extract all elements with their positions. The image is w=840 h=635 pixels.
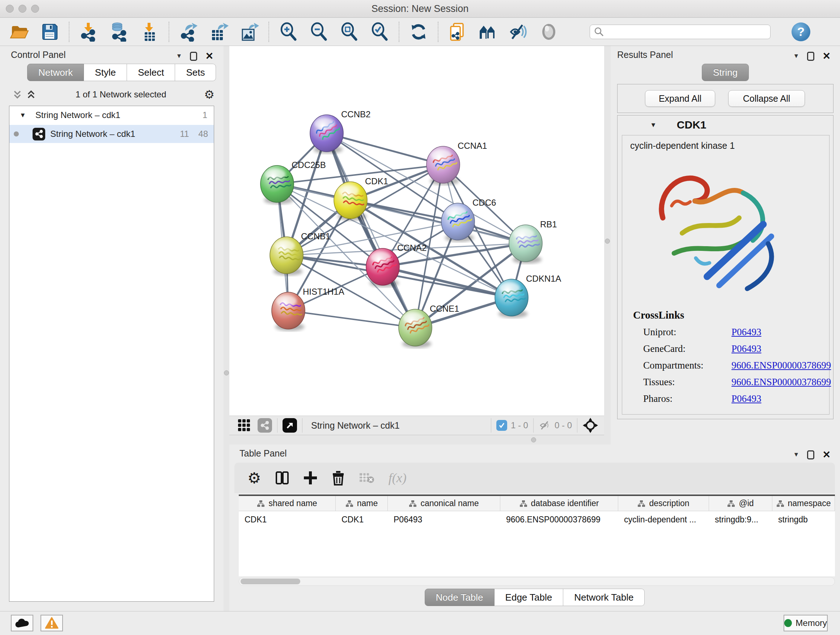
crosslink-link[interactable]: 9606.ENSP00000378699 <box>731 377 831 388</box>
results-panel-collapse-icon[interactable]: ▼ <box>793 52 799 60</box>
minimize-window-icon[interactable] <box>19 5 27 13</box>
crosslink-link[interactable]: P06493 <box>731 343 761 355</box>
zoom-fit-button[interactable] <box>339 22 359 42</box>
node-CDK1[interactable] <box>334 182 367 220</box>
table-cell[interactable]: stringdb <box>772 511 835 528</box>
table-cell[interactable]: CDK1 <box>336 511 388 528</box>
node-CCNA2[interactable] <box>366 249 399 287</box>
search-input[interactable] <box>605 27 764 37</box>
memory-button[interactable]: Memory <box>783 615 828 631</box>
node-CDC25B[interactable] <box>261 165 294 204</box>
node-CCNA1[interactable] <box>426 146 460 185</box>
expand-all-button[interactable]: Expand All <box>645 90 715 107</box>
maximize-window-icon[interactable] <box>31 5 39 13</box>
import-table-file-button[interactable] <box>140 22 159 42</box>
close-window-icon[interactable] <box>6 5 14 13</box>
network-graph[interactable]: CCNB2CCNA1CDC25BCDK1CDC6RB1CCNB1CCNA2CDK… <box>229 46 604 416</box>
crosslink-link[interactable]: 9606.ENSP00000378699 <box>731 360 831 371</box>
toolbar-search-field[interactable] <box>590 25 771 39</box>
hide-glass-effect-button[interactable] <box>508 22 528 42</box>
table-hscrollbar[interactable] <box>239 577 835 586</box>
node-CCNB2[interactable] <box>310 115 343 154</box>
node-CCNE1[interactable] <box>399 309 432 348</box>
tab-network[interactable]: Network <box>27 64 84 81</box>
crosslink-link[interactable]: P06493 <box>731 393 761 404</box>
string-view-button[interactable] <box>257 418 272 432</box>
entry-collapse-icon[interactable]: ▼ <box>650 121 657 129</box>
open-in-new-window-button[interactable] <box>283 418 297 432</box>
apply-layout-button[interactable] <box>409 22 428 42</box>
warnings-button[interactable] <box>41 615 63 631</box>
export-network-button[interactable] <box>179 22 198 42</box>
table-panel-collapse-icon[interactable]: ▼ <box>793 451 799 458</box>
tab-edge-table[interactable]: Edge Table <box>494 589 564 606</box>
tab-network-table[interactable]: Network Table <box>563 589 645 606</box>
tree-expand-icon[interactable]: ▼ <box>19 111 26 119</box>
node-HIST1H1A[interactable] <box>272 292 305 331</box>
control-panel-collapse-icon[interactable]: ▼ <box>176 52 182 60</box>
column-header--id[interactable]: @id <box>709 496 772 511</box>
edge-CCNE1-HIST1H1A[interactable] <box>288 310 415 328</box>
table-settings-gear-icon[interactable]: ⚙ <box>248 469 261 487</box>
column-header-shared-name[interactable]: shared name <box>239 496 336 511</box>
table-cell[interactable]: stringdb:9... <box>709 511 772 528</box>
table-cell[interactable]: P06493 <box>388 511 500 528</box>
add-column-plus-icon[interactable] <box>303 470 317 485</box>
hscrollbar-thumb[interactable] <box>240 578 300 584</box>
traffic-lights[interactable] <box>6 5 39 13</box>
column-header-name[interactable]: name <box>336 496 388 511</box>
table-splitter-handle[interactable] <box>531 437 536 442</box>
column-header-namespace[interactable]: namespace <box>772 496 835 511</box>
table-row[interactable]: CDK1CDK1P064939606.ENSP00000378699cyclin… <box>239 511 835 528</box>
tab-sets[interactable]: Sets <box>175 64 216 81</box>
control-panel-close-icon[interactable]: ✕ <box>205 50 213 62</box>
tab-node-table[interactable]: Node Table <box>425 589 494 606</box>
node-RB1[interactable] <box>509 225 542 264</box>
zoom-selected-button[interactable] <box>370 22 389 42</box>
crosslink-link[interactable]: P06493 <box>731 326 761 338</box>
results-panel-float-icon[interactable] <box>807 52 814 61</box>
string-home-button[interactable] <box>478 22 498 42</box>
import-network-database-button[interactable] <box>109 22 129 42</box>
import-network-file-button[interactable] <box>79 22 98 42</box>
left-splitter-handle[interactable] <box>224 371 229 375</box>
table-panel-float-icon[interactable] <box>807 450 814 459</box>
right-splitter-handle[interactable] <box>605 239 610 244</box>
table-panel-close-icon[interactable]: ✕ <box>822 449 831 461</box>
collapse-all-button[interactable]: Collapse All <box>728 90 805 107</box>
left-splitter[interactable] <box>224 46 229 611</box>
edge-CCNA2-CDKN1A[interactable] <box>383 267 512 298</box>
attribute-table[interactable]: shared namenamecanonical namedatabase id… <box>239 494 835 576</box>
birds-eye-view-button[interactable] <box>237 418 251 432</box>
selected-checkbox-icon[interactable] <box>496 420 507 431</box>
zoom-out-button[interactable] <box>309 22 328 42</box>
control-panel-float-icon[interactable] <box>190 52 197 61</box>
results-panel-close-icon[interactable]: ✕ <box>822 50 831 62</box>
table-cell[interactable]: CDK1 <box>239 511 336 528</box>
collapse-all-chevron-icon[interactable] <box>25 89 38 100</box>
table-cell[interactable]: 9606.ENSP00000378699 <box>500 511 618 528</box>
zoom-in-button[interactable] <box>279 22 298 42</box>
column-header-description[interactable]: description <box>618 496 709 511</box>
tab-select[interactable]: Select <box>127 64 175 81</box>
tab-style[interactable]: Style <box>84 64 127 81</box>
network-options-gear-icon[interactable]: ⚙ <box>204 88 215 101</box>
network-row[interactable]: String Network – cdk1 11 48 <box>9 125 214 143</box>
edge-CCNB2-CCNA1[interactable] <box>327 133 443 165</box>
node-CDKN1A[interactable] <box>495 279 528 318</box>
network-canvas[interactable]: CCNB2CCNA1CDC25BCDK1CDC6RB1CCNB1CCNA2CDK… <box>229 46 604 416</box>
delete-trash-icon[interactable] <box>332 470 345 486</box>
expand-all-chevron-icon[interactable] <box>11 89 24 100</box>
tab-string[interactable]: String <box>702 64 749 81</box>
export-table-button[interactable] <box>209 22 229 42</box>
export-image-button[interactable] <box>240 22 259 42</box>
right-splitter[interactable] <box>604 46 611 435</box>
column-header-database-identifier[interactable]: database identifier <box>500 496 618 511</box>
open-session-button[interactable] <box>9 22 29 42</box>
string-protein-query-button[interactable] <box>448 22 467 42</box>
cloud-button[interactable] <box>11 615 33 631</box>
show-columns-icon[interactable] <box>275 470 289 485</box>
help-button[interactable]: ? <box>791 22 810 41</box>
save-session-button[interactable] <box>40 22 59 42</box>
node-CCNB1[interactable] <box>270 237 303 276</box>
